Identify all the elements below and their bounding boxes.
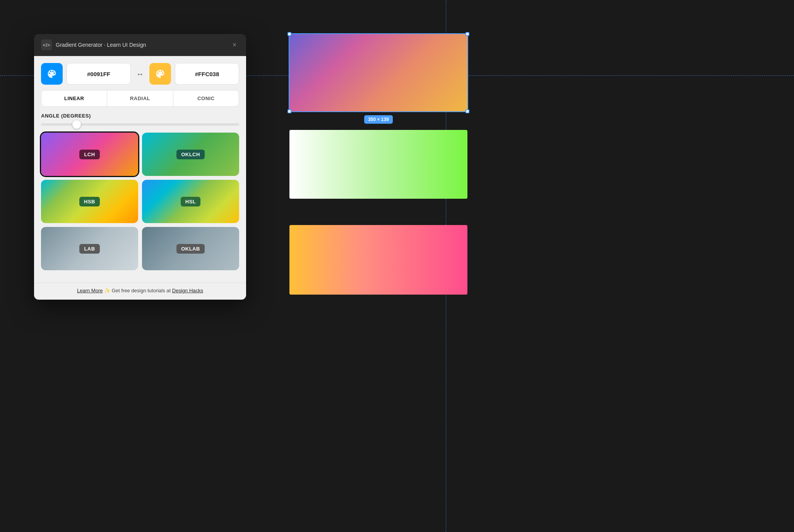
canvas-rect-bot[interactable] xyxy=(289,225,467,295)
color-row: #0091FF ↔ #FFC038 xyxy=(41,63,239,85)
palette-icon-1 xyxy=(46,68,57,79)
size-badge: 350 × 139 xyxy=(364,115,393,124)
design-hacks-link[interactable]: Design Hacks xyxy=(172,288,203,293)
gradient-badge-hsl: HSL xyxy=(181,197,201,206)
handle-bottom-right[interactable] xyxy=(465,109,469,113)
panel-footer: Learn More ✨ Get free design tutorials a… xyxy=(34,283,246,300)
gradient-badge-oklch: OKLCH xyxy=(176,150,205,159)
panel-header-left: </> Gradient Generator · Learn UI Design xyxy=(41,39,146,50)
close-button[interactable]: × xyxy=(230,40,239,49)
handle-bottom-left[interactable] xyxy=(287,109,291,113)
gradient-generator-panel: </> Gradient Generator · Learn UI Design… xyxy=(34,34,246,300)
angle-slider-container xyxy=(41,123,239,126)
tab-conic[interactable]: CONIC xyxy=(173,90,239,106)
gradient-type-tabs: LINEAR RADIAL CONIC xyxy=(41,90,239,107)
gradient-badge-oklab: OKLAB xyxy=(176,244,205,254)
angle-slider-thumb[interactable] xyxy=(72,120,81,129)
panel-body: #0091FF ↔ #FFC038 LINEAR RADIAL CONIC AN… xyxy=(34,56,246,283)
handle-top-right[interactable] xyxy=(465,32,469,36)
tab-radial[interactable]: RADIAL xyxy=(107,90,173,106)
gradient-card-hsb[interactable]: HSB xyxy=(41,180,138,223)
gradient-card-lab[interactable]: LAB xyxy=(41,227,138,270)
color-swatch-2[interactable] xyxy=(149,63,171,85)
footer-sparkle: ✨ xyxy=(104,288,110,293)
panel-header: </> Gradient Generator · Learn UI Design… xyxy=(34,34,246,56)
gradient-card-oklch[interactable]: OKLCH xyxy=(142,133,239,176)
gradient-mode-grid: LCH OKLCH HSB HSL LAB OKLAB xyxy=(41,133,239,270)
canvas-rect-top[interactable]: 350 × 139 xyxy=(289,34,467,111)
gradient-card-lch[interactable]: LCH xyxy=(41,133,138,176)
gradient-badge-lch: LCH xyxy=(79,150,99,159)
panel-title: Gradient Generator · Learn UI Design xyxy=(56,42,146,48)
angle-slider-track[interactable] xyxy=(41,123,239,126)
learn-more-link[interactable]: Learn More xyxy=(77,288,103,293)
angle-label: ANGLE (DEGREES) xyxy=(41,113,239,119)
swap-icon[interactable]: ↔ xyxy=(135,70,145,78)
color-swatch-1[interactable] xyxy=(41,63,63,85)
palette-icon-2 xyxy=(155,68,166,79)
gradient-card-oklab[interactable]: OKLAB xyxy=(142,227,239,270)
color-hex-input-1[interactable]: #0091FF xyxy=(67,63,131,85)
color-hex-input-2[interactable]: #FFC038 xyxy=(175,63,239,85)
gradient-card-hsl[interactable]: HSL xyxy=(142,180,239,223)
panel-logo-icon: </> xyxy=(41,39,52,50)
gradient-badge-hsb: HSB xyxy=(79,197,100,206)
footer-promo-text: Get free design tutorials at xyxy=(112,288,172,293)
gradient-badge-lab: LAB xyxy=(79,244,99,254)
tab-linear[interactable]: LINEAR xyxy=(41,90,107,106)
handle-top-left[interactable] xyxy=(287,32,291,36)
selection-handles xyxy=(289,33,468,112)
canvas-rect-mid[interactable] xyxy=(289,130,467,199)
